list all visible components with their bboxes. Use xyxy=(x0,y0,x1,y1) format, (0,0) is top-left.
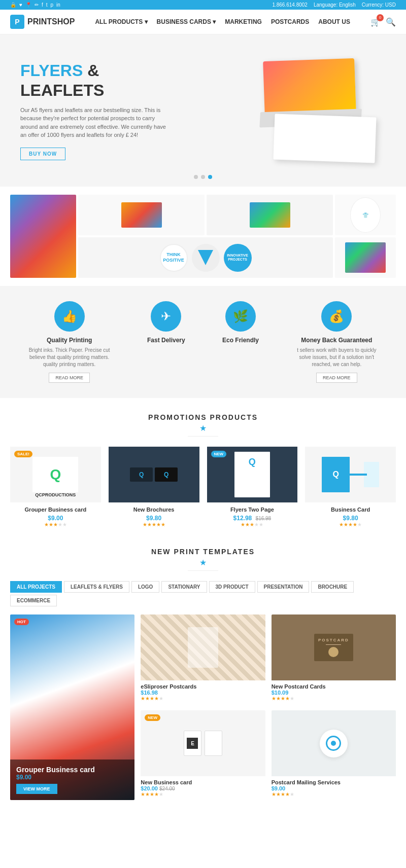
nav-about-us[interactable]: ABOUT US xyxy=(318,18,350,25)
tab-leaflets-flyers[interactable]: LEAFLETS & FLYERS xyxy=(64,581,129,593)
template-name-3: New Postcard Cards xyxy=(272,683,396,690)
template-stars-2: ★★★★★ xyxy=(141,696,265,701)
template-name-5: Postcard Mailing Services xyxy=(272,779,396,785)
promo-card-4: Q Business Card $9.80 ★★★★★ xyxy=(305,447,396,527)
tab-ecommerce[interactable]: ECOMMERCE xyxy=(10,595,57,606)
tab-brochure[interactable]: BROCHURE xyxy=(311,581,354,593)
template-card-5[interactable]: Postcard Mailing Services $9.00 ★★★★★ xyxy=(272,710,396,800)
hot-badge: HOT xyxy=(14,619,29,625)
promo-stars-3: ★★★★★ xyxy=(207,522,298,527)
nav-business-cards[interactable]: BUSINESS CARDS ▾ xyxy=(157,18,216,25)
view-more-button[interactable]: VIEW MORE xyxy=(16,784,57,794)
promotions-section: PROMOTIONS PRODUCTS ★ SALE! Q QCPRODUCTI… xyxy=(0,398,406,542)
product-image-2[interactable] xyxy=(78,195,205,235)
template-card-4[interactable]: NEW E New Business card $20.00 $24.00 ★★… xyxy=(141,710,265,800)
promo-image-2[interactable]: Q Q xyxy=(109,447,199,502)
top-bar-left: 🔒 ♥ 📍 ✏ f t p in xyxy=(10,2,60,8)
template-price-2: $16.98 xyxy=(141,690,265,696)
promo-stars-2: ★★★★★ xyxy=(109,522,199,527)
quality-read-more-button[interactable]: READ MORE xyxy=(49,373,90,383)
large-card-name: Grouper Business card xyxy=(16,766,128,774)
template-price-5: $9.00 xyxy=(272,785,396,791)
new-badge: NEW xyxy=(145,714,160,721)
buy-now-button[interactable]: BUY NOW xyxy=(20,148,65,160)
feature-quality-desc: Bright inks. Thick Paper. Precise cut be… xyxy=(29,347,110,368)
template-card-2[interactable]: eSliproser Postcards $16.98 ★★★★★ xyxy=(141,614,265,704)
nav-marketing[interactable]: MARKETING xyxy=(225,18,262,25)
template-name-4: New Business card xyxy=(141,779,265,785)
product-image-1[interactable] xyxy=(10,195,76,278)
product-image-5[interactable]: THINKPOSITIVE INNOVATIVEPROJECTS xyxy=(78,237,333,278)
pinterest-icon[interactable]: p xyxy=(51,2,54,8)
tab-logo[interactable]: LOGO xyxy=(131,581,159,593)
product-image-6[interactable] xyxy=(335,237,396,278)
quality-icon: 👍 xyxy=(54,301,85,332)
logo-text: PRINTSHOP xyxy=(27,17,75,26)
top-bar: 🔒 ♥ 📍 ✏ f t p in 1.866.614.8002 Language… xyxy=(0,0,406,10)
promo-name-4: Business Card xyxy=(305,507,396,513)
features-section: 👍 Quality Printing Bright inks. Thick Pa… xyxy=(0,286,406,398)
promo-image-3[interactable]: NEW Q xyxy=(207,447,298,502)
feature-money-back-desc: t sellers work with buyers to quickly so… xyxy=(296,347,377,368)
feature-quality: 👍 Quality Printing Bright inks. Thick Pa… xyxy=(29,301,110,383)
lock-icon: 🔒 xyxy=(10,2,16,8)
template-card-large[interactable]: HOT Grouper Business card $9.00 VIEW MOR… xyxy=(10,614,134,800)
feature-money-back-title: Money Back Guaranteed xyxy=(296,337,377,344)
feature-eco-title: Eco Friendly xyxy=(222,337,259,344)
template-card-3[interactable]: POSTCARD New Postcard Cards $10.09 ★★★★★ xyxy=(272,614,396,704)
nav-all-products[interactable]: ALL PRODUCTS ▾ xyxy=(95,18,147,25)
money-back-read-more-button[interactable]: READ MORE xyxy=(316,373,357,383)
product-image-3[interactable] xyxy=(207,195,333,235)
language-selector[interactable]: Language: English xyxy=(314,2,356,8)
promo-price-3: $12.98 $16.98 xyxy=(207,515,298,522)
search-icon[interactable]: 🔍 xyxy=(386,17,396,27)
template-card-2-info: eSliproser Postcards $16.98 ★★★★★ xyxy=(141,680,265,704)
hero-title-highlight: FLYERS xyxy=(20,61,83,80)
promo-image-4[interactable]: Q xyxy=(305,447,396,502)
hero-dots xyxy=(194,175,212,179)
template-name-2: eSliproser Postcards xyxy=(141,683,265,690)
promo-stars-4: ★★★★★ xyxy=(305,522,396,527)
hero-text: FLYERS & LEAFLETS Our A5 flyers and leaf… xyxy=(20,61,173,160)
nav-icons: 🛒 0 🔍 xyxy=(370,17,396,27)
promo-image-1[interactable]: SALE! Q QCPRODUCTIONS xyxy=(10,447,101,502)
currency-selector[interactable]: Currency: USD xyxy=(362,2,396,8)
product-image-4[interactable]: 👕 xyxy=(335,195,396,235)
logo-icon: P xyxy=(10,15,24,29)
template-stars-5: ★★★★★ xyxy=(272,791,396,797)
feature-quality-title: Quality Printing xyxy=(29,337,110,344)
tab-presentation[interactable]: PRESENTATION xyxy=(257,581,310,593)
feature-delivery: ✈ Fast Delivery xyxy=(147,301,185,347)
tab-3d-product[interactable]: 3D PRODUCT xyxy=(209,581,255,593)
tab-all-projects[interactable]: ALL PROJECTS xyxy=(10,581,62,593)
template-price-4: $20.00 $24.00 xyxy=(141,785,265,791)
dot-2[interactable] xyxy=(201,175,205,179)
template-stars-4: ★★★★★ xyxy=(141,791,265,797)
twitter-icon[interactable]: t xyxy=(46,2,48,8)
nav-postcards[interactable]: POSTCARDS xyxy=(271,18,309,25)
hero-card-front xyxy=(263,58,356,117)
cart-icon[interactable]: 🛒 0 xyxy=(370,17,381,27)
promo-name-3: Flyers Two Page xyxy=(207,507,298,513)
logo[interactable]: P PRINTSHOP xyxy=(10,15,75,29)
templates-grid: HOT Grouper Business card $9.00 VIEW MOR… xyxy=(10,614,396,800)
promo-price-1: $9.00 xyxy=(10,515,101,522)
tab-stationary[interactable]: STATIONARY xyxy=(161,581,207,593)
top-bar-right: 1.866.614.8002 Language: English Currenc… xyxy=(272,2,396,8)
delivery-icon: ✈ xyxy=(151,301,181,332)
dot-3[interactable] xyxy=(208,175,212,179)
large-card-price: $9.00 xyxy=(16,774,128,781)
template-card-5-info: Postcard Mailing Services $9.00 ★★★★★ xyxy=(272,776,396,800)
template-tabs: ALL PROJECTS LEAFLETS & FLYERS LOGO STAT… xyxy=(10,581,396,606)
eco-icon: 🌿 xyxy=(225,301,256,332)
promo-name-1: Grouper Business card xyxy=(10,507,101,513)
template-stars-3: ★★★★★ xyxy=(272,696,396,701)
promo-card-2: Q Q New Brochures $9.80 ★★★★★ xyxy=(109,447,199,527)
linkedin-icon[interactable]: in xyxy=(56,2,60,8)
hero-image xyxy=(208,55,386,166)
dot-1[interactable] xyxy=(194,175,198,179)
facebook-icon[interactable]: f xyxy=(42,2,43,8)
hero-description: Our A5 flyers and leaflets are our bests… xyxy=(20,106,173,139)
money-back-icon: 💰 xyxy=(321,301,352,332)
promo-name-2: New Brochures xyxy=(109,507,199,513)
